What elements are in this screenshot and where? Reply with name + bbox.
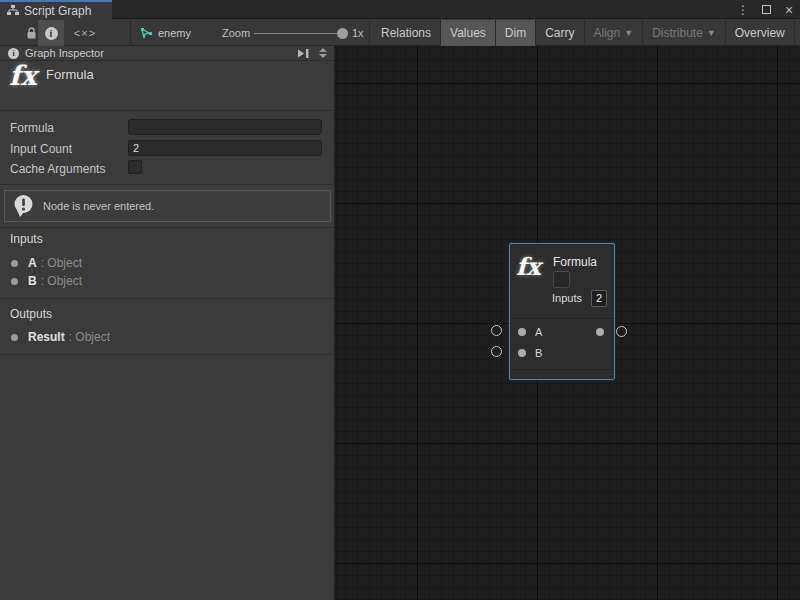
output-port-row-result: Result : Object — [0, 330, 334, 344]
port-name: B — [28, 274, 37, 288]
node-formula-input[interactable] — [553, 271, 570, 288]
zoom-label: Zoom — [222, 27, 250, 39]
graph-inspector-panel: i Graph Inspector fx Formula Formula Inp… — [0, 46, 335, 600]
chevron-down-icon: ▼ — [707, 28, 716, 38]
formula-field-label: Formula — [10, 121, 54, 135]
input-count-input[interactable] — [128, 140, 322, 156]
port-dot-icon — [11, 278, 18, 285]
port-dot-icon — [11, 334, 18, 341]
zoom-slider[interactable] — [254, 33, 344, 34]
relations-button[interactable]: Relations — [372, 20, 440, 46]
chevron-down-icon: ▼ — [624, 28, 633, 38]
formula-field-input[interactable] — [128, 119, 322, 135]
zoom-slider-handle[interactable] — [337, 28, 348, 39]
window-maximize-icon[interactable] — [759, 3, 773, 17]
port-type: : Object — [41, 274, 82, 288]
port-name: Result — [28, 330, 65, 344]
inspector-unit-title: Formula — [46, 67, 94, 82]
warning-text: Node is never entered. — [43, 200, 154, 212]
graph-canvas[interactable]: fx Formula Inputs 2 A B — [335, 46, 800, 600]
warning-bubble-icon — [12, 194, 35, 218]
port-type: : Object — [41, 256, 82, 270]
cache-arguments-checkbox[interactable] — [128, 160, 142, 174]
port-name: A — [28, 256, 37, 270]
stepper-up-icon — [319, 48, 327, 52]
input-port-row-b: B : Object — [0, 274, 334, 288]
tab-script-graph[interactable]: Script Graph — [0, 0, 112, 19]
graph-name-label: enemy — [158, 27, 191, 39]
inputs-section-header: Inputs — [10, 232, 43, 246]
zoom-value: 1x — [352, 27, 364, 39]
window-close-icon[interactable]: × — [782, 5, 796, 15]
port-dot-icon — [11, 260, 18, 267]
connection-point-left-b[interactable] — [491, 346, 502, 357]
outputs-section-header: Outputs — [10, 307, 52, 321]
connection-point-right[interactable] — [616, 326, 627, 337]
input-port-row-a: A : Object — [0, 256, 334, 270]
output-port-result[interactable] — [596, 328, 604, 336]
info-icon: i — [8, 48, 19, 59]
toolbar-buttons: Relations Values Dim Carry Align▼ Distri… — [372, 20, 800, 46]
port-type: : Object — [69, 330, 110, 344]
formula-node[interactable]: fx Formula Inputs 2 A B — [509, 243, 615, 380]
input-count-label: Input Count — [10, 142, 72, 156]
formula-fx-icon: fx — [516, 252, 541, 281]
distribute-dropdown[interactable]: Distribute▼ — [642, 20, 725, 46]
graph-toolbar: i <×> enemy Zoom 1x Relations Values Dim… — [0, 20, 800, 46]
tab-bar: Script Graph ⋮ × — [0, 0, 800, 19]
graph-breadcrumb[interactable]: enemy — [140, 20, 191, 46]
tab-label: Script Graph — [24, 4, 91, 18]
inspector-title: Graph Inspector — [25, 47, 291, 59]
values-button[interactable]: Values — [440, 20, 495, 46]
node-title: Formula — [553, 255, 597, 269]
connection-point-left-a[interactable] — [491, 325, 502, 336]
carry-button[interactable]: Carry — [535, 20, 583, 46]
input-port-a-label: A — [535, 326, 542, 338]
input-port-a[interactable] — [518, 328, 526, 336]
inspector-header: i Graph Inspector — [0, 46, 334, 61]
script-graph-icon — [7, 5, 19, 16]
dock-panel-icon[interactable] — [297, 48, 310, 59]
window-menu-icon[interactable]: ⋮ — [736, 3, 750, 17]
full-screen-button[interactable]: Full Screen — [794, 20, 800, 46]
info-icon: i — [45, 27, 58, 40]
node-inputs-label: Inputs — [552, 292, 582, 304]
code-preview-button[interactable]: <×> — [70, 20, 100, 46]
graph-pointer-icon — [140, 27, 153, 40]
align-dropdown[interactable]: Align▼ — [584, 20, 643, 46]
inspector-toggle-button[interactable]: i — [38, 20, 64, 46]
panel-stepper[interactable] — [316, 48, 330, 58]
script-graph-window: Script Graph ⋮ × i <×> en — [0, 0, 800, 600]
input-port-b-label: B — [535, 347, 542, 359]
formula-fx-icon: fx — [9, 60, 37, 91]
main-area: i Graph Inspector fx Formula Formula Inp… — [0, 46, 800, 600]
window-controls: ⋮ × — [736, 0, 796, 19]
dim-button[interactable]: Dim — [495, 20, 535, 46]
cache-arguments-label: Cache Arguments — [10, 162, 105, 176]
warning-box: Node is never entered. — [4, 190, 331, 222]
stepper-down-icon — [319, 54, 327, 58]
node-inputs-count-input[interactable]: 2 — [591, 290, 607, 307]
lock-icon — [26, 27, 37, 40]
code-icon: <×> — [74, 27, 96, 39]
input-port-b[interactable] — [518, 349, 526, 357]
overview-button[interactable]: Overview — [725, 20, 794, 46]
